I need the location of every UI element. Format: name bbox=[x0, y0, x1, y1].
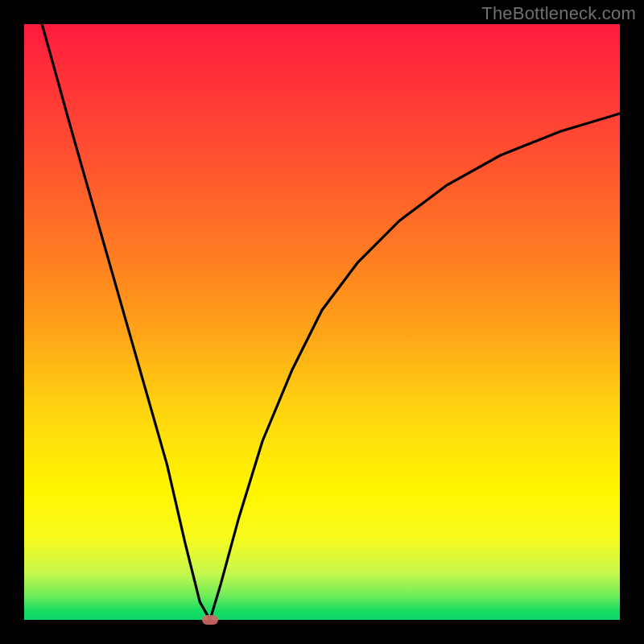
curve-left-branch bbox=[42, 24, 210, 620]
chart-frame: TheBottleneck.com bbox=[0, 0, 644, 644]
minimum-marker bbox=[202, 615, 218, 625]
curve-right-branch bbox=[210, 114, 620, 620]
watermark-text: TheBottleneck.com bbox=[481, 3, 636, 24]
bottleneck-curve bbox=[24, 24, 620, 620]
plot-area bbox=[24, 24, 620, 620]
